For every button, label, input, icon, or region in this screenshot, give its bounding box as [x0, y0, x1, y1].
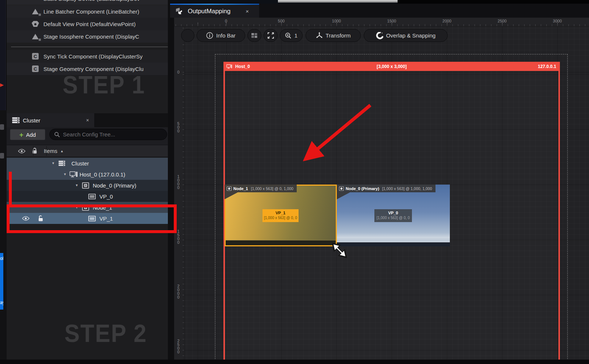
ruler-label: 2000	[442, 19, 451, 23]
cluster-node-icon	[57, 160, 66, 167]
cluster-tab-row: Cluster ×	[7, 113, 168, 127]
clipped-text: ay	[0, 300, 3, 305]
cluster-tab[interactable]: Cluster ×	[7, 113, 94, 127]
line-batcher-icon	[31, 8, 40, 15]
overlap-snapping-label: Overlap & Snapping	[386, 32, 435, 39]
edge-icon-fragment	[0, 124, 4, 130]
output-mapping-icon	[175, 7, 184, 15]
stage-geometry-icon: C	[31, 65, 40, 72]
column-separator	[33, 146, 33, 156]
vp0-geometry: [1,000 x 563] @ 0, 0	[374, 215, 412, 220]
ruler-label: 1500	[177, 229, 180, 244]
host-header-bar[interactable]: Host_0 [3,000 x 3,000] 127.0.0.1	[223, 62, 560, 71]
component-row[interactable]: Line Batcher Component (LineBatcher)	[7, 5, 168, 18]
node-app-icon	[227, 186, 232, 191]
info-bar-button[interactable]: Info Bar	[197, 29, 245, 42]
tree-row-host[interactable]: ▼ Host_0 (127.0.0.1)	[7, 169, 168, 180]
node0-header-bar[interactable]: Node_0 (Primary) [1,000 x 563] @ 1,000, …	[337, 185, 435, 192]
ruler-label: 1500	[387, 19, 396, 23]
background-window-edge	[0, 0, 6, 110]
node1-header-bar[interactable]: Node_1 [1,000 x 563] @ 0, 1,000	[225, 185, 297, 192]
window-bottom-edge	[0, 360, 589, 364]
window-top-edge	[170, 0, 589, 4]
expander-icon[interactable]: ▼	[75, 183, 78, 187]
tree-label: Node_0 (Primary)	[93, 182, 136, 189]
info-icon	[206, 32, 213, 39]
canvas-menu-button[interactable]	[181, 29, 194, 42]
vp1-name: VP_1	[262, 211, 299, 215]
step2-watermark: STEP 2	[64, 318, 147, 348]
cluster-tab-label: Cluster	[23, 117, 40, 124]
cluster-node-app-icon	[81, 182, 90, 189]
tree-label: Host_0 (127.0.0.1)	[80, 171, 125, 178]
component-label: Line Batcher Component (LineBatcher)	[43, 8, 139, 15]
tab-output-mapping[interactable]: OutputMapping ×	[170, 4, 259, 18]
host-icon	[69, 171, 78, 178]
vp1-geometry: [1,000 x 563] @ 0, 0	[262, 215, 299, 220]
magnet-icon	[376, 32, 383, 39]
tab-close-icon[interactable]: ×	[246, 8, 249, 14]
ruler-label: 500	[278, 19, 285, 23]
host-ip-address: 127.0.0.1	[538, 64, 556, 69]
node1-horizon-ground	[226, 240, 336, 245]
background-window-blue-strip: ol ay	[0, 253, 3, 310]
tree-row-cluster[interactable]: ▼ Cluster	[7, 158, 168, 169]
component-row[interactable]: Stage Isosphere Component (DisplayC	[7, 30, 168, 43]
items-header-row[interactable]: Items ▲	[7, 145, 168, 157]
background-window-sliver	[398, 0, 589, 4]
edge-icon-fragment	[0, 153, 4, 158]
host-resolution: [3,000 x 3,000]	[223, 64, 560, 69]
expand-icon	[268, 32, 274, 39]
column-separator	[46, 146, 47, 156]
annotation-red-arrow	[292, 100, 380, 174]
overlap-snapping-button[interactable]: Overlap & Snapping	[364, 29, 448, 42]
tree-row-vp0[interactable]: VP_0	[7, 191, 168, 202]
info-bar-label: Info Bar	[216, 32, 236, 39]
component-row[interactable]: C Sync Tick Component (DisplayClusterSy	[7, 50, 168, 63]
panel-splitter[interactable]	[168, 0, 174, 364]
ruler-label: 0	[177, 70, 180, 74]
isosphere-icon	[31, 33, 40, 40]
items-header-label: Items	[44, 148, 57, 154]
components-panel: Basic Display Device (BasicDisplayDev Li…	[7, 0, 168, 360]
ruler-label: 1000	[177, 175, 180, 189]
node0-horizon-ground	[337, 242, 450, 246]
vertical-ruler: 0 500 1000 1500 2000 2500	[174, 26, 184, 360]
sort-ascending-icon: ▲	[60, 149, 64, 153]
step1-watermark: STEP 1	[63, 70, 145, 99]
editor-tab-bar: OutputMapping ×	[170, 4, 589, 18]
background-window-sliver	[278, 0, 398, 3]
transform-gizmo-icon	[316, 32, 323, 39]
zoom-level-button[interactable]: 1	[280, 29, 303, 42]
zoom-plus-icon	[285, 32, 292, 39]
ruler-label: 1000	[332, 19, 341, 23]
component-label: Stage Isosphere Component (DisplayC	[43, 33, 139, 40]
expander-icon[interactable]: ▼	[52, 161, 55, 165]
horizontal-ruler: 0 500 1000 1500 2000 2500 3000	[174, 18, 589, 26]
ruler-label: 500	[177, 122, 180, 133]
plus-icon: +	[20, 131, 24, 138]
tree-row-node0[interactable]: ▼ Node_0 (Primary)	[7, 180, 168, 191]
ruler-label: 2000	[177, 284, 180, 299]
vp1-label-box[interactable]: VP_1 [1,000 x 563] @ 0, 0	[262, 209, 299, 222]
cluster-tab-close-icon[interactable]: ×	[86, 117, 89, 123]
fit-to-view-button[interactable]	[264, 29, 278, 42]
cluster-icon	[12, 117, 20, 124]
tree-label: VP_0	[99, 193, 113, 200]
node1-geometry: [1,000 x 563] @ 0, 1,000	[251, 186, 293, 191]
component-row[interactable]: Default View Point (DefaultViewPoint)	[7, 18, 168, 30]
vp0-label-box[interactable]: VP_0 [1,000 x 563] @ 0, 0	[374, 209, 412, 222]
add-button[interactable]: + Add	[10, 129, 45, 140]
tab-label: OutputMapping	[188, 8, 230, 15]
vp0-name: VP_0	[374, 211, 412, 215]
expander-icon[interactable]: ▼	[63, 172, 67, 176]
output-mapping-canvas[interactable]: Host_0 [3,000 x 3,000] 127.0.0.1 Node_1 …	[174, 26, 589, 360]
layout-view-button[interactable]	[247, 29, 261, 42]
search-field[interactable]	[49, 129, 167, 140]
tree-label: Cluster	[71, 160, 89, 167]
transform-button[interactable]: Transform	[306, 29, 361, 42]
annotation-red-rectangle	[7, 204, 177, 233]
component-row-clipped[interactable]: Basic Display Device (BasicDisplayDev	[7, 0, 168, 5]
search-icon	[54, 132, 60, 138]
search-input[interactable]	[63, 131, 155, 138]
